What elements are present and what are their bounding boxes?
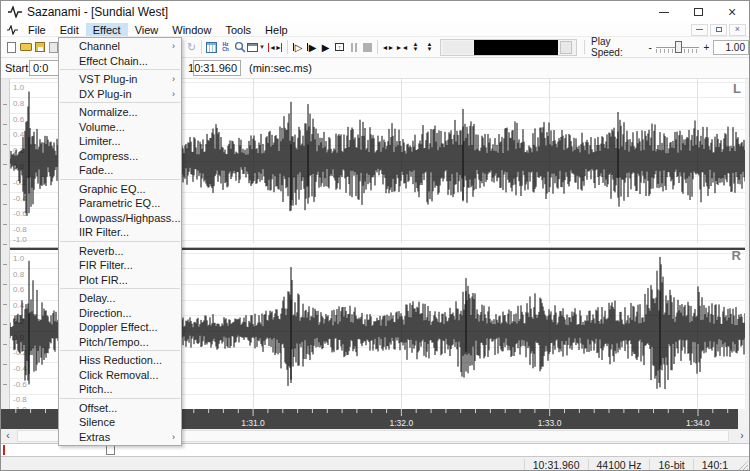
- menu-item-effect-chain[interactable]: Effect Chain...: [59, 54, 181, 69]
- menu-item-reverb[interactable]: Reverb...: [59, 244, 181, 259]
- menu-item-offset[interactable]: Offset...: [59, 401, 181, 416]
- window-layout-button[interactable]: ▼: [247, 39, 265, 55]
- stop-button[interactable]: [361, 39, 374, 55]
- resize-grip[interactable]: [736, 461, 748, 471]
- menu-item-limiter[interactable]: Limiter...: [59, 134, 181, 149]
- menu-item-volume[interactable]: Volume...: [59, 120, 181, 135]
- toolbar-separator: [377, 40, 378, 54]
- play-button[interactable]: ▶: [319, 39, 332, 55]
- minimize-button[interactable]: [647, 1, 681, 23]
- length-field[interactable]: 10:31.960: [193, 60, 241, 76]
- h-zoom-out-button[interactable]: ►◄: [395, 39, 408, 55]
- menu-item-fade[interactable]: Fade...: [59, 163, 181, 178]
- menubar-item-view[interactable]: View: [128, 23, 166, 36]
- play-selection-button[interactable]: ▶: [305, 39, 318, 55]
- menu-item-direction[interactable]: Direction...: [59, 306, 181, 321]
- playhead-marker[interactable]: [3, 445, 5, 455]
- maximize-button[interactable]: [681, 1, 715, 23]
- play-device-button[interactable]: ↑: [333, 39, 346, 55]
- mdi-restore-button[interactable]: [710, 24, 727, 36]
- h-zoom-in-button[interactable]: ◄►: [381, 39, 394, 55]
- spectrum-view-button[interactable]: [205, 39, 218, 55]
- play-speed-slider[interactable]: [656, 39, 700, 55]
- new-file-button[interactable]: [5, 39, 18, 55]
- meter-left-segment: [443, 41, 473, 54]
- toolbar-separator: [584, 40, 585, 54]
- menu-item-click-removal[interactable]: Click Removal...: [59, 368, 181, 383]
- play-speed-minus[interactable]: -: [648, 42, 651, 53]
- menubar-item-tools[interactable]: Tools: [218, 23, 258, 36]
- menu-separator: [60, 102, 180, 103]
- mdi-close-button[interactable]: ×: [729, 24, 746, 36]
- status-bit-depth: 16-bit: [650, 459, 692, 471]
- maximize-icon: [694, 8, 703, 16]
- fit-arrows-icon: ◄►: [269, 44, 281, 51]
- menubar-item-edit[interactable]: Edit: [53, 23, 86, 36]
- sample-rate-button[interactable]: HzCh: [219, 39, 232, 55]
- app-window: Sazanami - [Sundial West] × FileEditEffe…: [0, 0, 750, 471]
- menu-item-dx-plug-in[interactable]: DX Plug-in›: [59, 87, 181, 102]
- play-speed-group: Play Speed: - + 1.00: [582, 37, 749, 57]
- level-meter: [440, 39, 577, 56]
- menubar-item-window[interactable]: Window: [165, 23, 218, 36]
- menu-item-plot-fir[interactable]: Plot FIR...: [59, 273, 181, 288]
- menu-separator: [60, 350, 180, 351]
- v-zoom-in-button[interactable]: ▲▼: [409, 39, 422, 55]
- menubar-item-help[interactable]: Help: [258, 23, 295, 36]
- slider-thumb[interactable]: [675, 41, 682, 53]
- open-file-button[interactable]: [19, 39, 32, 55]
- menu-item-extras[interactable]: Extras›: [59, 430, 181, 445]
- menu-item-pitch[interactable]: Pitch...: [59, 382, 181, 397]
- vertical-ruler-strip[interactable]: [1, 79, 10, 409]
- redo-button[interactable]: ↻: [185, 39, 198, 55]
- time-unit-label: (min:sec.ms): [249, 62, 312, 74]
- menu-item-pitch-tempo[interactable]: Pitch/Tempo...: [59, 335, 181, 350]
- menu-item-label: Extras: [79, 431, 110, 443]
- menu-item-vst-plug-in[interactable]: VST Plug-in›: [59, 72, 181, 87]
- toolbar-separator: [201, 40, 202, 54]
- mdi-minimize-icon: [696, 29, 703, 30]
- close-button[interactable]: ×: [715, 1, 749, 23]
- submenu-arrow-icon: ›: [172, 74, 175, 84]
- menu-item-doppler-effect[interactable]: Doppler Effect...: [59, 320, 181, 335]
- menu-item-label: Channel: [79, 40, 120, 52]
- menu-item-lowpass-highpass[interactable]: Lowpass/Highpass...: [59, 211, 181, 226]
- menu-item-graphic-eq[interactable]: Graphic EQ...: [59, 182, 181, 197]
- title-bar: Sazanami - [Sundial West] ×: [1, 1, 749, 23]
- menu-item-label: Reverb...: [79, 245, 124, 257]
- toolbar-separator: [287, 40, 288, 54]
- play-speed-value[interactable]: 1.00: [713, 40, 749, 55]
- scroll-left-arrow[interactable]: ‹: [1, 429, 15, 443]
- menu-item-delay[interactable]: Delay...: [59, 291, 181, 306]
- menu-item-label: Hiss Reduction...: [79, 354, 162, 366]
- menu-item-compress[interactable]: Compress...: [59, 149, 181, 164]
- menu-item-hiss-reduction[interactable]: Hiss Reduction...: [59, 353, 181, 368]
- menu-bar: FileEditEffectViewWindowToolsHelp ×: [1, 23, 749, 37]
- menu-item-fir-filter[interactable]: FIR Filter...: [59, 258, 181, 273]
- menu-item-iir-filter[interactable]: IIR Filter...: [59, 225, 181, 240]
- overview-thumb[interactable]: [106, 445, 115, 455]
- v-zoom-out-button[interactable]: ▲▼: [423, 39, 436, 55]
- menu-item-silence[interactable]: Silence: [59, 415, 181, 430]
- zoom-button[interactable]: [233, 39, 246, 55]
- play-speed-plus[interactable]: +: [703, 42, 709, 53]
- save-button[interactable]: [33, 39, 46, 55]
- menu-item-parametric-eq[interactable]: Parametric EQ...: [59, 196, 181, 211]
- menu-item-channel[interactable]: Channel›: [59, 39, 181, 54]
- scroll-right-arrow[interactable]: ›: [735, 429, 749, 443]
- menubar-item-effect[interactable]: Effect: [86, 23, 128, 36]
- fit-selection-button[interactable]: ◄►: [266, 39, 284, 55]
- menu-item-normalize[interactable]: Normalize...: [59, 105, 181, 120]
- meter-black-segment: [474, 40, 558, 55]
- play-from-start-button[interactable]: ▷: [291, 39, 304, 55]
- pause-button[interactable]: [347, 39, 360, 55]
- mdi-minimize-button[interactable]: [691, 24, 708, 36]
- left-channel-label: L: [733, 81, 741, 96]
- right-channel-label: R: [732, 248, 741, 263]
- chevron-down-icon: ▼: [259, 44, 265, 50]
- menu-item-label: Limiter...: [79, 135, 121, 147]
- menubar-item-file[interactable]: File: [21, 23, 53, 36]
- status-bar: 10:31.960 44100 Hz 16-bit 140:1: [1, 457, 749, 471]
- menu-item-label: Compress...: [79, 150, 138, 162]
- plot-right-margin: [745, 79, 749, 409]
